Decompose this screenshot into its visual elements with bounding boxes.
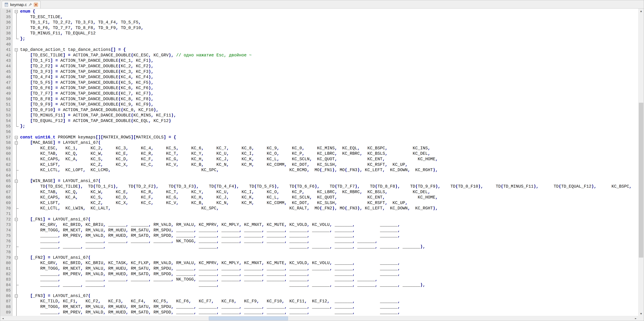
- code-line[interactable]: KC_TILD, KC_F1, KC_F2, KC_F3, KC_F4, KC_…: [20, 299, 638, 304]
- code-line[interactable]: _______, RM_PREV, RM_VALD, RM_HUED, RM_S…: [20, 310, 638, 315]
- fold-toggle-icon[interactable]: [15, 218, 18, 221]
- code-line[interactable]: _______, _______, _______, _______, ____…: [20, 244, 638, 250]
- fold-margin: [13, 113, 20, 118]
- fold-margin[interactable]: [13, 9, 20, 15]
- code-line[interactable]: KC_GRV, KC_BRID, KC_BRIU, KC_TASK, KC_FL…: [20, 260, 638, 266]
- fold-margin[interactable]: [13, 178, 20, 184]
- tab-bar: keymap.c: [0, 0, 644, 9]
- line-number: 84: [0, 282, 13, 288]
- code-line[interactable]: [_FN2] = LAYOUT_ansi_67(: [20, 255, 638, 261]
- code-line[interactable]: _______, _______, _______, _______, ____…: [20, 277, 638, 282]
- code-line[interactable]: [TD_EQUAL_F12] = ACTION_TAP_DANCE_DOUBLE…: [20, 118, 638, 124]
- line-number: 81: [0, 266, 13, 271]
- code-line[interactable]: _______, _______, _______, _______, ____…: [20, 282, 638, 288]
- code-line[interactable]: tap_dance_action_t tap_dance_actions[] =…: [20, 47, 638, 53]
- fold-toggle-icon[interactable]: [15, 10, 18, 13]
- tab-keymap-c[interactable]: keymap.c: [2, 1, 40, 9]
- code-line[interactable]: [20, 249, 638, 255]
- code-line[interactable]: [_FN3] = LAYOUT_ansi_67(: [20, 293, 638, 299]
- code-line[interactable]: [TD_9_F9] = ACTION_TAP_DANCE_DOUBLE(KC_9…: [20, 102, 638, 107]
- vertical-scroll-thumb[interactable]: [639, 103, 643, 258]
- code-line[interactable]: const uint16_t PROGMEM keymaps[][MATRIX_…: [20, 135, 638, 140]
- fold-toggle-icon[interactable]: [15, 48, 18, 51]
- fold-margin[interactable]: [13, 47, 20, 53]
- code-line[interactable]: [_FN1] = LAYOUT_ansi_67(: [20, 217, 638, 222]
- code-line[interactable]: KC_TAB, KC_Q, KC_W, KC_E, KC_R, KC_T, KC…: [20, 189, 638, 195]
- code-line[interactable]: [TD_2_F2] = ACTION_TAP_DANCE_DOUBLE(KC_2…: [20, 64, 638, 69]
- scroll-up-button[interactable]: ▲: [638, 9, 644, 13]
- code-line[interactable]: KC_LSFT, KC_Z, KC_X, KC_C, KC_V, KC_B, K…: [20, 200, 638, 206]
- code-line[interactable]: _______, _______, _______, _______, ____…: [20, 239, 638, 244]
- code-line[interactable]: [MAC_BASE] = LAYOUT_ansi_67(: [20, 140, 638, 146]
- fold-toggle-icon[interactable]: [15, 136, 18, 139]
- pin-icon[interactable]: [28, 3, 32, 7]
- code-line[interactable]: TD_ESC_TILDE,: [20, 15, 638, 20]
- code-row: 73 KC_GRV, KC_BRID, KC_BRIU, _______, __…: [0, 222, 638, 228]
- code-line[interactable]: [TD_8_F8] = ACTION_TAP_DANCE_DOUBLE(KC_8…: [20, 97, 638, 102]
- code-line[interactable]: [TD_7_F7] = ACTION_TAP_DANCE_DOUBLE(KC_7…: [20, 91, 638, 97]
- code-line[interactable]: [TD_5_F5] = ACTION_TAP_DANCE_DOUBLE(KC_5…: [20, 80, 638, 86]
- fold-toggle-icon[interactable]: [15, 294, 18, 297]
- code-line[interactable]: [TD_ESC_TILDE] = ACTION_TAP_DANCE_DOUBLE…: [20, 53, 638, 58]
- scroll-right-button[interactable]: ►: [633, 316, 638, 321]
- code-line[interactable]: KC_LCTL, KC_LWIN, KC_LALT, KC_SPC, KC_RA…: [20, 206, 638, 211]
- code-line[interactable]: RM_TOGG, RM_NEXT, RM_VALU, RM_HUEU, RM_S…: [20, 228, 638, 233]
- code-line[interactable]: [20, 211, 638, 217]
- code-line[interactable]: TD_MINUS_F11, TD_EQUAL_F12: [20, 31, 638, 36]
- code-line[interactable]: [TD_4_F4] = ACTION_TAP_DANCE_DOUBLE(KC_4…: [20, 75, 638, 80]
- code-line[interactable]: };: [20, 36, 638, 42]
- code-line[interactable]: [TD_6_F6] = ACTION_TAP_DANCE_DOUBLE(KC_6…: [20, 85, 638, 91]
- fold-margin: [13, 211, 20, 217]
- code-line[interactable]: enum {: [20, 9, 638, 15]
- code-line[interactable]: KC_CAPS, KC_A, KC_S, KC_D, KC_F, KC_G, K…: [20, 157, 638, 162]
- code-line[interactable]: KC_CAPS, KC_A, KC_S, KC_D, KC_F, KC_G, K…: [20, 195, 638, 200]
- code-line[interactable]: KC_GRV, KC_BRID, KC_BRIU, _______, _____…: [20, 222, 638, 228]
- fold-toggle-icon[interactable]: [15, 141, 18, 144]
- code-line[interactable]: [20, 173, 638, 179]
- code-line[interactable]: RM_TOGG, RM_NEXT, RM_VALU, RM_HUEU, RM_S…: [20, 304, 638, 310]
- code-line[interactable]: [20, 129, 638, 135]
- fold-margin[interactable]: [13, 293, 20, 299]
- horizontal-scroll-thumb[interactable]: [209, 316, 288, 320]
- code-line[interactable]: RM_TOGG, RM_NEXT, RM_VALU, RM_HUEU, RM_S…: [20, 266, 638, 271]
- code-line[interactable]: };: [20, 124, 638, 129]
- code-line[interactable]: TD(TD_ESC_TILDE), TD(TD_1_F1), TD(TD_2_F…: [20, 184, 638, 189]
- code-line[interactable]: KC_TAB, KC_Q, KC_W, KC_E, KC_R, KC_T, KC…: [20, 151, 638, 157]
- code-line[interactable]: [TD_0_F10] = ACTION_TAP_DANCE_DOUBLE(KC_…: [20, 107, 638, 113]
- code-row: 36 TD_1_F1, TD_2_F2, TD_3_F3, TD_4_F4, T…: [0, 20, 638, 25]
- code-line[interactable]: _______, RM_PREV, RM_VALD, RM_HUED, RM_S…: [20, 233, 638, 239]
- fold-toggle-icon[interactable]: [15, 256, 18, 259]
- vertical-scrollbar[interactable]: ▲ ▼: [638, 9, 644, 316]
- code-row: 69 KC_LSFT, KC_Z, KC_X, KC_C, KC_V, KC_B…: [0, 200, 638, 206]
- code-line[interactable]: [TD_MINUS_F11] = ACTION_TAP_DANCE_DOUBLE…: [20, 113, 638, 118]
- code-line[interactable]: [TD_1_F1] = ACTION_TAP_DANCE_DOUBLE(KC_1…: [20, 58, 638, 64]
- close-icon[interactable]: [34, 3, 38, 7]
- fold-margin[interactable]: [13, 255, 20, 261]
- scroll-left-button[interactable]: ◄: [0, 316, 5, 321]
- code-line[interactable]: [20, 288, 638, 293]
- fold-margin: [13, 15, 20, 20]
- code-line[interactable]: KC_LSFT, KC_Z, KC_X, KC_C, KC_V, KC_B, K…: [20, 162, 638, 168]
- fold-margin[interactable]: [13, 217, 20, 222]
- fold-margin: [13, 271, 20, 277]
- code-row: 37 TD_6_F6, TD_7_F7, TD_8_F8, TD_9_F9, T…: [0, 25, 638, 31]
- code-line[interactable]: TD_1_F1, TD_2_F2, TD_3_F3, TD_4_F4, TD_5…: [20, 20, 638, 25]
- fold-margin[interactable]: [13, 140, 20, 146]
- scroll-down-button[interactable]: ▼: [638, 311, 644, 316]
- fold-margin: [13, 20, 20, 25]
- code-line[interactable]: KC_ESC, KC_1, KC_2, KC_3, KC_4, KC_5, KC…: [20, 146, 638, 151]
- code-line[interactable]: [20, 42, 638, 47]
- editor-pane[interactable]: 34enum {35 TD_ESC_TILDE,36 TD_1_F1, TD_2…: [0, 9, 638, 321]
- fold-margin[interactable]: [13, 135, 20, 140]
- code-line[interactable]: _______, RM_PREV, RM_VALD, RM_HUED, RM_S…: [20, 271, 638, 277]
- code-line[interactable]: TD_6_F6, TD_7_F7, TD_8_F8, TD_9_F9, TD_0…: [20, 25, 638, 31]
- vertical-scroll-track[interactable]: [638, 13, 644, 311]
- code-line[interactable]: [WIN_BASE] = LAYOUT_ansi_67(: [20, 178, 638, 184]
- code-row: 79 [_FN2] = LAYOUT_ansi_67(: [0, 255, 638, 261]
- line-number: 76: [0, 239, 13, 244]
- horizontal-scroll-track[interactable]: [5, 316, 633, 321]
- fold-toggle-icon[interactable]: [15, 180, 18, 183]
- horizontal-scrollbar[interactable]: ◄ ►: [0, 316, 638, 321]
- code-line[interactable]: [TD_3_F3] = ACTION_TAP_DANCE_DOUBLE(KC_3…: [20, 69, 638, 75]
- code-line[interactable]: KC_LCTL, KC_LOPT, KC_LCMD, KC_SPC, KC_RC…: [20, 167, 638, 173]
